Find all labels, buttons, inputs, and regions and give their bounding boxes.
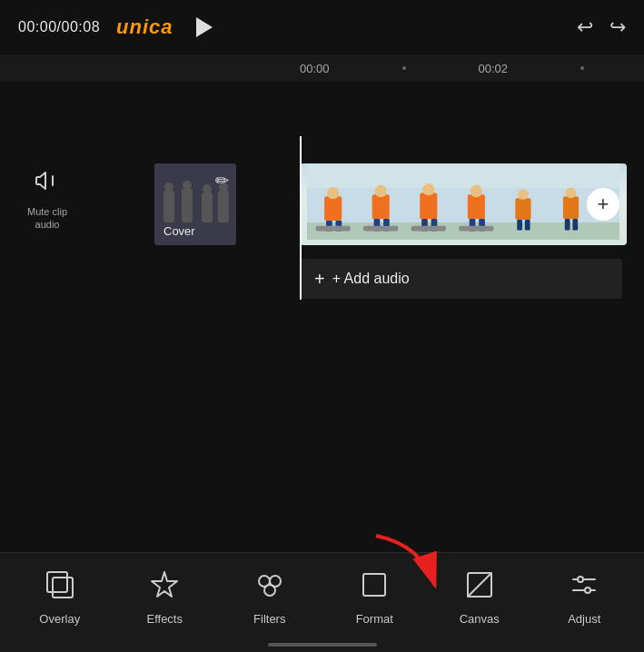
svg-point-48 [264,585,275,596]
ruler-marker-2: 00:02 [479,62,509,75]
svg-rect-23 [420,193,437,219]
canvas-label: Canvas [460,612,500,626]
cover-label: Cover [163,224,195,238]
svg-point-34 [518,190,528,200]
svg-line-51 [468,573,491,597]
timeline-ruler: 00:00 00:02 [0,54,644,82]
svg-point-38 [566,188,576,198]
svg-rect-17 [316,226,351,232]
format-label: Format [356,612,393,626]
svg-point-54 [578,577,583,582]
svg-rect-39 [565,219,570,230]
svg-rect-33 [515,198,530,220]
svg-rect-43 [53,578,73,598]
add-audio-bar[interactable]: + + Add audio [300,259,622,299]
svg-rect-8 [218,191,229,222]
toolbar-item-adjust[interactable]: Adjust [532,565,638,626]
undo-button[interactable]: ↩ [577,15,593,39]
canvas-icon [460,565,500,605]
svg-rect-18 [372,194,390,219]
adjust-label: Adjust [568,612,600,626]
ruler-dot-2 [580,66,584,70]
time-display: 00:00/00:08 [18,19,100,35]
svg-rect-6 [202,193,213,222]
svg-rect-4 [182,189,193,222]
toolbar-item-overlay[interactable]: Overlay [7,565,113,626]
svg-point-5 [183,181,192,190]
svg-rect-36 [525,220,530,230]
svg-point-3 [164,183,173,192]
toolbar-item-effects[interactable]: Effects [113,565,218,626]
svg-rect-42 [47,572,67,592]
filters-icon [250,565,290,605]
overlay-icon [40,565,80,605]
svg-rect-35 [517,220,522,230]
header: 00:00/00:08 unica ↩ ↪ [0,0,644,54]
playhead [300,136,302,300]
edit-cover-icon: ✏ [215,171,229,191]
bottom-toolbar: Overlay Effects Filters Format [0,552,644,652]
svg-rect-32 [459,226,493,232]
overlay-label: Overlay [39,612,80,626]
home-indicator [268,643,377,647]
play-icon [196,17,213,37]
add-audio-label: + Add audio [332,271,410,287]
redo-button[interactable]: ↪ [609,15,626,39]
svg-point-24 [422,183,434,195]
video-preview: + [300,163,627,245]
edit-area: Mute clipaudio ✏ Cover [0,82,644,400]
speaker-icon [35,168,60,200]
ruler-marker-0: 00:00 [300,62,330,75]
add-audio-plus-icon: + [314,269,325,290]
mute-label: Mute clipaudio [27,205,67,232]
video-strip[interactable]: + [300,163,627,245]
svg-rect-12 [307,163,619,188]
app-logo: unica [116,15,173,39]
pointer-arrow [367,527,449,603]
header-right: ↩ ↪ [577,15,626,39]
toolbar-item-filters[interactable]: Filters [217,565,322,626]
svg-point-55 [585,588,590,593]
svg-point-14 [327,187,339,199]
svg-rect-22 [363,226,398,232]
add-clip-button[interactable]: + [587,188,619,221]
svg-rect-13 [324,196,342,221]
svg-rect-37 [563,196,579,219]
svg-rect-28 [468,194,485,219]
effects-icon [144,565,184,605]
cover-thumbnail[interactable]: ✏ Cover [154,163,236,245]
svg-marker-45 [152,572,177,597]
svg-rect-2 [163,191,174,222]
svg-rect-40 [572,219,578,230]
effects-label: Effects [146,612,183,626]
adjust-icon [564,565,604,605]
mute-clip-control[interactable]: Mute clipaudio [27,168,67,232]
svg-point-7 [203,184,212,193]
svg-point-19 [375,185,387,197]
header-left: 00:00/00:08 unica [18,13,219,42]
svg-rect-27 [411,226,446,232]
filters-label: Filters [253,612,285,626]
ruler-dot-1 [402,66,406,70]
svg-point-29 [471,185,482,197]
play-button[interactable] [190,13,219,42]
